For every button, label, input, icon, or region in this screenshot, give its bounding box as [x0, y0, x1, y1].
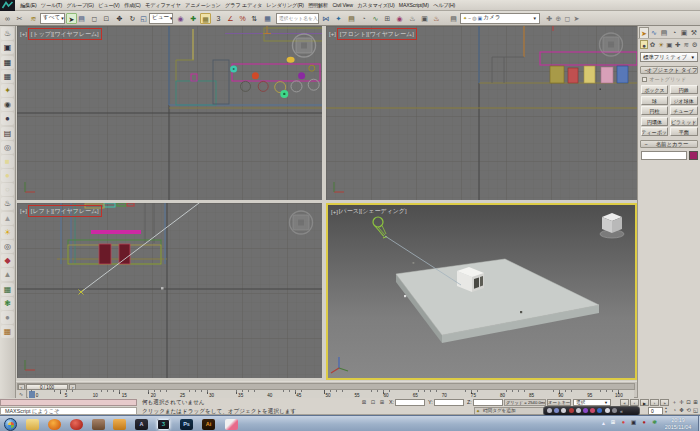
object-type-button[interactable]: ピラミッド: [670, 117, 698, 126]
category-systems[interactable]: ⚙: [690, 40, 698, 49]
selection-filter-dropdown[interactable]: すべて ▼: [40, 13, 65, 24]
dock-app-icon[interactable]: [547, 408, 552, 413]
tab-create[interactable]: ➤: [639, 27, 649, 38]
viewport-menu-plus[interactable]: [+]: [329, 31, 336, 37]
dock-more-icon[interactable]: «: [620, 408, 623, 414]
select-and-move-icon[interactable]: ✥: [114, 13, 125, 24]
viewport-top[interactable]: [+] [トップ][ワイヤフレーム]: [17, 26, 322, 200]
orbit-icon[interactable]: ⟲: [685, 407, 692, 415]
z-coord-field[interactable]: [473, 399, 503, 406]
taskbar-photoshop-icon[interactable]: Ps: [180, 419, 193, 431]
viewport-menu-plus[interactable]: [+]: [331, 209, 338, 215]
dock-app-icon[interactable]: [576, 408, 581, 413]
menu-item[interactable]: グループ(G): [64, 0, 96, 11]
light-key-icon[interactable]: ✦: [1, 84, 14, 97]
rollout-collapse-icon[interactable]: −: [645, 67, 648, 73]
window-crossing-icon[interactable]: ⊡: [101, 13, 112, 24]
tray-red-ball-icon[interactable]: ●: [620, 419, 627, 426]
maximize-viewport-icon[interactable]: ◱: [692, 407, 699, 415]
ground-plane-slab[interactable]: [396, 259, 599, 343]
taskbar-brown-app-icon[interactable]: [92, 419, 105, 431]
y-coord-field[interactable]: [434, 399, 464, 406]
grid-screen2-icon[interactable]: ▦: [1, 70, 14, 83]
dock-app-icon[interactable]: [554, 408, 559, 413]
menu-item[interactable]: アニメーション: [183, 0, 223, 11]
taskbar-illustrator-icon[interactable]: Ai: [202, 419, 215, 431]
viewport-left-label-annotated[interactable]: [レフト][ワイヤフレーム]: [28, 205, 102, 217]
rounded-rect-icon[interactable]: ■: [1, 155, 14, 168]
absolute-mode-icon[interactable]: ⊡: [369, 399, 377, 407]
film-icon[interactable]: ▤: [1, 127, 14, 140]
teapot-outline-icon[interactable]: ♨: [1, 27, 14, 40]
tray-dark-icon[interactable]: ▣: [630, 419, 637, 426]
object-name-input[interactable]: [641, 151, 687, 160]
curve-editor-icon[interactable]: ∿: [370, 13, 381, 24]
zoom-all-icon[interactable]: ✛: [678, 399, 685, 407]
zoom-extents-icon[interactable]: ⊡: [685, 399, 692, 407]
bind-to-space-warp-icon[interactable]: ≋: [28, 13, 39, 24]
menu-item[interactable]: Civil View: [330, 0, 355, 11]
cone-icon[interactable]: ▲: [1, 212, 14, 225]
x-coord-field[interactable]: [395, 399, 425, 406]
layer-manager-icon[interactable]: ▤: [346, 13, 357, 24]
tab-hierarchy[interactable]: ▤: [659, 27, 669, 38]
go-to-start-button[interactable]: «: [620, 399, 629, 407]
tab-modify[interactable]: ∿: [649, 27, 659, 38]
taskbar-after-effects-icon[interactable]: A: [135, 419, 148, 431]
dark-teapot-icon[interactable]: ♨: [1, 197, 14, 210]
pyramid-icon[interactable]: ▲: [1, 268, 14, 281]
field-of-view-icon[interactable]: ◔: [671, 407, 678, 415]
frame-spinner[interactable]: ▲▼: [664, 407, 668, 415]
select-and-link-icon[interactable]: ∞: [2, 13, 13, 24]
dock-app-icon[interactable]: [605, 408, 610, 413]
dark-sphere-icon[interactable]: ●: [1, 112, 14, 125]
menu-item[interactable]: レンダリング(R): [264, 0, 306, 11]
gray-sphere-icon[interactable]: ●: [1, 311, 14, 324]
axis-constraints-icon[interactable]: ⊞: [378, 399, 386, 407]
zoom-icon[interactable]: ＋: [671, 399, 678, 407]
viewport-front-label-annotated[interactable]: [フロント][ワイヤフレーム]: [337, 28, 417, 40]
next-frame-arrow[interactable]: >: [69, 384, 76, 390]
object-type-button[interactable]: 円柱: [641, 106, 669, 115]
taskbar-red-app-icon[interactable]: [70, 419, 83, 431]
object-type-button[interactable]: ジオ球体: [670, 96, 698, 105]
snap-toggle-3d-icon[interactable]: 3: [213, 13, 224, 24]
menu-item[interactable]: グラフ エディタ: [223, 0, 264, 11]
start-button[interactable]: [4, 418, 17, 431]
viewport-front-label[interactable]: [+] [フロント][ワイヤフレーム]: [329, 28, 417, 40]
render-production-icon[interactable]: ♨: [431, 13, 442, 24]
zoom-extents-all-icon[interactable]: ⊞: [692, 399, 699, 407]
material-editor-icon[interactable]: ◉: [394, 13, 405, 24]
viewport-left-label[interactable]: [+] [レフト][ワイヤフレーム]: [20, 205, 102, 217]
layer-dropdown[interactable]: ✦−◎▣ カメラ ▼: [460, 13, 540, 24]
maxscript-mini-listener[interactable]: [0, 399, 137, 407]
taskbar-3dsmax-icon[interactable]: Ӡ: [157, 419, 170, 431]
render-setup-icon[interactable]: ♨: [407, 13, 418, 24]
viewport-perspective-label-text[interactable]: [パース][シェーディング]: [339, 207, 407, 216]
angle-snap-icon[interactable]: ∠: [225, 13, 236, 24]
sun-icon[interactable]: ☀: [1, 226, 14, 239]
unlink-selection-icon[interactable]: ✂: [14, 13, 25, 24]
category-lights[interactable]: ☀: [657, 40, 665, 49]
named-selection-field[interactable]: 選択セット名を入力 ▼: [276, 13, 319, 24]
category-shapes[interactable]: ✿: [648, 40, 656, 49]
previous-frame-arrow[interactable]: <: [18, 384, 25, 390]
use-pivot-center-icon[interactable]: ◉: [175, 13, 186, 24]
viewport-top-label-annotated[interactable]: [トップ][ワイヤフレーム]: [28, 28, 102, 40]
category-space-warps[interactable]: ≋: [682, 40, 690, 49]
select-by-name-icon[interactable]: ▤: [76, 13, 87, 24]
schematic-view-icon[interactable]: ⊞: [382, 13, 393, 24]
autogrid-checkbox[interactable]: [642, 77, 647, 82]
rendered-frame-icon[interactable]: ▣: [419, 13, 430, 24]
selection-set-dropdown[interactable]: 選択 ▼: [573, 399, 611, 407]
taskbar-orange-folder-icon[interactable]: [113, 419, 126, 431]
dock-app-icon[interactable]: [583, 408, 588, 413]
set-current-layer-icon[interactable]: ➤: [571, 13, 582, 24]
object-type-button[interactable]: 円環体: [641, 117, 669, 126]
spotlight-gizmo[interactable]: [373, 217, 387, 238]
tree-icon[interactable]: ❃: [1, 297, 14, 310]
menu-item[interactable]: 編集(E): [18, 0, 39, 11]
category-geometry[interactable]: ●: [640, 40, 648, 49]
reference-coordinate-dropdown[interactable]: ビュー ▼: [149, 13, 173, 24]
viewport-front[interactable]: [+] [フロント][ワイヤフレーム]: [326, 26, 637, 200]
